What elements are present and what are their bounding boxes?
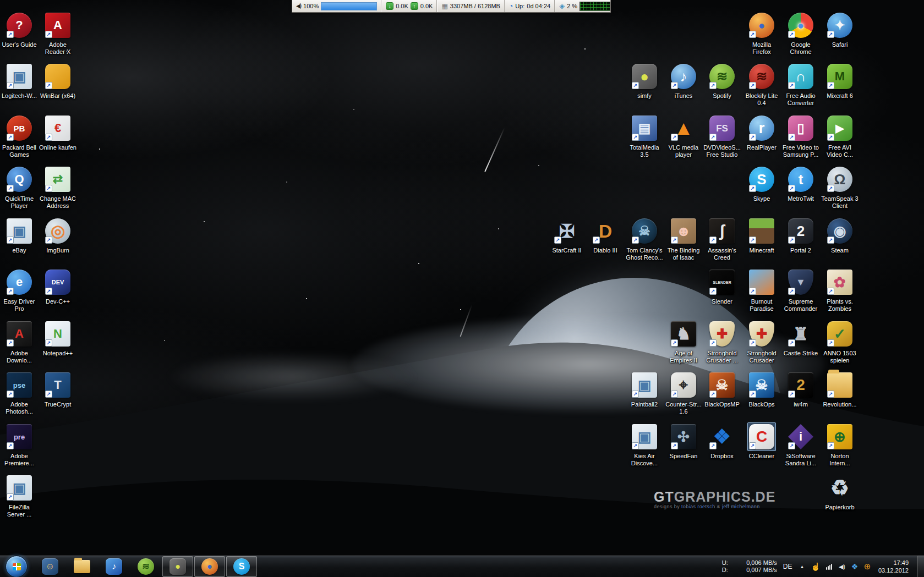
desktop-icon-google-chrome[interactable]: ●↗Google Chrome bbox=[781, 11, 820, 56]
desktop-icon-free-studio[interactable]: FS↗DVDVideoS... Free Studio bbox=[703, 114, 741, 158]
desktop-icon-revolution[interactable]: ↗Revolution... bbox=[821, 371, 859, 408]
desktop-icon-sisoftware-sandra[interactable]: i↗SiSoftware Sandra Li... bbox=[781, 422, 820, 467]
desktop-icon-blockify-lite[interactable]: ≋↗Blockify Lite 0.4 bbox=[742, 62, 781, 107]
online-kaufen-icon: €↗ bbox=[43, 114, 72, 142]
desktop-icon-totalmedia[interactable]: ▤↗TotalMedia 3.5 bbox=[625, 114, 664, 158]
taskbar-clock[interactable]: 17:49 03.12.2012 bbox=[878, 559, 909, 574]
dropbox-status-icon[interactable]: ❖ bbox=[851, 562, 859, 571]
desktop-icon-filezilla-server[interactable]: ▣↗FileZilla Server ... bbox=[0, 474, 39, 518]
taskbar-button-itunes[interactable]: ♪ bbox=[99, 556, 129, 577]
desktop-icon-papierkorb[interactable]: ♻Papierkorb bbox=[821, 474, 859, 511]
desktop-icon-black-ops-mp[interactable]: ☠↗BlackOpsMP bbox=[703, 371, 741, 408]
desktop-icon-diablo-3[interactable]: D↗Diablo III bbox=[586, 217, 625, 254]
start-button[interactable] bbox=[6, 556, 28, 577]
desktop-icon-dropbox[interactable]: ❖↗Dropbox bbox=[703, 422, 741, 460]
desktop-icon-paintball2[interactable]: ▣↗Paintball2 bbox=[625, 371, 664, 408]
desktop-icon-plants-vs-zombies[interactable]: ✿↗Plants vs. Zombies bbox=[821, 268, 859, 312]
desktop-icon-supreme-commander[interactable]: ▼↗Supreme Commander bbox=[781, 268, 820, 312]
desktop-icon-itunes[interactable]: ♪↗iTunes bbox=[664, 62, 703, 100]
desktop-icon-starcraft-2[interactable]: ✠↗StarCraft II bbox=[548, 217, 586, 254]
taskbar-button-simfy[interactable]: ● bbox=[162, 556, 193, 577]
desktop-icon-adobe-reader-x[interactable]: A↗Adobe Reader X bbox=[39, 11, 77, 56]
taskbar-button-spotify[interactable]: ≋ bbox=[130, 556, 161, 577]
desktop-icon-adobe-download-assistant[interactable]: A↗Adobe Downlo... bbox=[0, 320, 39, 364]
desktop-icon-spotify[interactable]: ≋↗Spotify bbox=[703, 62, 741, 100]
desktop-icon-easy-driver-pro[interactable]: e↗Easy Driver Pro bbox=[0, 268, 39, 312]
desktop-icon-portal-2[interactable]: 2↗Portal 2 bbox=[781, 217, 820, 254]
desktop-icon-teamspeak-3[interactable]: Ω↗TeamSpeak 3 Client bbox=[821, 165, 859, 210]
desktop-icon-metrotwit[interactable]: t↗MetroTwit bbox=[781, 165, 820, 202]
desktop-icon-free-avi-video-converter[interactable]: ▶↗Free AVI Video C... bbox=[821, 114, 859, 158]
shortcut-arrow-icon: ↗ bbox=[749, 339, 756, 347]
netspeed-monitor[interactable]: U:0,006 MB/s D:0,007 MB/s bbox=[722, 559, 777, 574]
taskbar-button-windows-explorer[interactable] bbox=[67, 556, 97, 577]
volume-icon[interactable]: ◀) bbox=[838, 562, 846, 571]
desktop-icon-quicktime-player[interactable]: Q↗QuickTime Player bbox=[0, 165, 39, 210]
show-desktop-button[interactable] bbox=[917, 556, 924, 577]
desktop-icon-black-ops[interactable]: ☠↗BlackOps bbox=[742, 371, 781, 408]
desktop-icon-imgburn[interactable]: ◎↗ImgBurn bbox=[39, 217, 77, 254]
desktop-icon-label: Free AVI Video C... bbox=[821, 144, 859, 158]
desktop-icon-change-mac-address[interactable]: ⇄↗Change MAC Address bbox=[39, 165, 77, 210]
desktop-icon-free-audio-converter[interactable]: ∩↗Free Audio Converter bbox=[781, 62, 820, 107]
desktop-icon-minecraft[interactable]: ↗Minecraft bbox=[742, 217, 781, 254]
desktop-icon-ccleaner[interactable]: C↗CCleaner bbox=[742, 422, 781, 460]
desktop-icon-iw4m[interactable]: 2↗iw4m bbox=[781, 371, 820, 408]
desktop-icon-counter-strike-16[interactable]: ⌖↗Counter-Str... 1.6 bbox=[664, 371, 703, 415]
desktop-icon-age-of-empires-2[interactable]: ♞↗Age of Empires II bbox=[664, 320, 703, 364]
update-status-icon[interactable]: ⊕ bbox=[863, 562, 871, 571]
desktop-icon-burnout-paradise[interactable]: ↗Burnout Paradise bbox=[742, 268, 781, 312]
desktop-icon-logitech-webcam[interactable]: ▣↗Logitech-W... bbox=[0, 62, 39, 100]
desktop-icon-truecrypt[interactable]: T↗TrueCrypt bbox=[39, 371, 77, 408]
desktop-icon-realplayer[interactable]: r↗RealPlayer bbox=[742, 114, 781, 151]
shortcut-arrow-icon: ↗ bbox=[827, 339, 834, 347]
desktop-icon-stronghold-crusader[interactable]: ✚↗Stronghold Crusader bbox=[742, 320, 781, 364]
desktop-icon-anno-1503[interactable]: ✓↗ANNO 1503 spielen bbox=[821, 320, 859, 364]
shortcut-arrow-icon: ↗ bbox=[671, 391, 678, 398]
desktop-icon-assassins-creed[interactable]: ʃ↗Assassin's Creed bbox=[703, 217, 741, 261]
taskbar-button-skype[interactable]: S bbox=[226, 556, 257, 577]
network-signal-icon[interactable] bbox=[825, 563, 833, 570]
desktop-icon-users-guide[interactable]: ?↗User's Guide bbox=[0, 11, 39, 48]
language-indicator[interactable]: DE bbox=[782, 563, 794, 570]
desktop-icon-speedfan[interactable]: ✣↗SpeedFan bbox=[664, 422, 703, 460]
desktop-icon-safari[interactable]: ✦↗Safari bbox=[821, 11, 859, 48]
windows-logo-icon bbox=[13, 563, 21, 570]
desktop-icon-label: Papierkorb bbox=[825, 504, 854, 511]
desktop-icon-winbar-x64[interactable]: ↗WinBar (x64) bbox=[39, 62, 77, 100]
taskbar-button-firefox[interactable]: ● bbox=[194, 556, 225, 577]
speedfan-icon: ✣↗ bbox=[669, 422, 698, 451]
shortcut-arrow-icon: ↗ bbox=[671, 82, 678, 89]
taskbar-button-user-desktop-app[interactable]: ☺ bbox=[35, 556, 65, 577]
filezilla-server-icon: ▣↗ bbox=[5, 474, 34, 502]
desktop-icon-label: Adobe Premiere... bbox=[0, 453, 39, 467]
desktop-icon-adobe-premiere-elements[interactable]: pre↗Adobe Premiere... bbox=[0, 422, 39, 467]
desktop-icon-skype[interactable]: S↗Skype bbox=[742, 165, 781, 202]
desktop-icon-ghost-recon[interactable]: ☠↗Tom Clancy's Ghost Reco... bbox=[625, 217, 664, 261]
desktop-icon-notepad-plus-plus[interactable]: N↗Notepad++ bbox=[39, 320, 77, 357]
desktop-icon-free-video-to-samsung[interactable]: ▯↗Free Video to Samsung P... bbox=[781, 114, 820, 158]
desktop-icon-label: WinBar (x64) bbox=[40, 92, 75, 100]
desktop-icon-dev-cpp[interactable]: DEV↗Dev-C++ bbox=[39, 268, 77, 305]
desktop-icon-steam[interactable]: ◉↗Steam bbox=[821, 217, 859, 254]
shortcut-arrow-icon: ↗ bbox=[709, 391, 717, 398]
desktop-icon-packard-bell-games[interactable]: PB↗Packard Bell Games bbox=[0, 114, 39, 158]
desktop-icon-norton-internet-security[interactable]: ⊕↗Norton Intern... bbox=[821, 422, 859, 467]
hidden-icons-expander-icon[interactable]: ▲ bbox=[798, 562, 806, 571]
desktop-icon-kies-air[interactable]: ▣↗Kies Air Discove... bbox=[625, 422, 664, 467]
desktop-icon-castle-strike[interactable]: ♜↗Castle Strike bbox=[781, 320, 820, 357]
desktop-icon-adobe-photoshop-elements[interactable]: pse↗Adobe Photosh... bbox=[0, 371, 39, 415]
desktop-icon-label: Safari bbox=[832, 41, 848, 48]
desktop-icon-online-kaufen[interactable]: €↗Online kaufen bbox=[39, 114, 77, 151]
desktop-icon-mixcraft-6[interactable]: M↗Mixcraft 6 bbox=[821, 62, 859, 100]
desktop-icon-vlc-media-player[interactable]: ▲↗VLC media player bbox=[664, 114, 703, 158]
volume-bar[interactable] bbox=[321, 2, 377, 10]
desktop-icon-label: iw4m bbox=[794, 401, 808, 408]
touch-pointer-icon[interactable]: ☝ bbox=[811, 562, 820, 571]
desktop-icon-simfy[interactable]: ●↗simfy bbox=[625, 62, 664, 100]
desktop-icon-slender[interactable]: SLENDER↗Slender bbox=[703, 268, 741, 305]
desktop-icon-ebay[interactable]: ▣↗eBay bbox=[0, 217, 39, 254]
desktop-icon-binding-of-isaac[interactable]: ☻↗The Binding of Isaac bbox=[664, 217, 703, 261]
desktop-icon-stronghold-crusader-extreme[interactable]: ✚↗Stronghold Crusader ... bbox=[703, 320, 741, 364]
desktop-icon-mozilla-firefox[interactable]: ●↗Mozilla Firefox bbox=[742, 11, 781, 56]
